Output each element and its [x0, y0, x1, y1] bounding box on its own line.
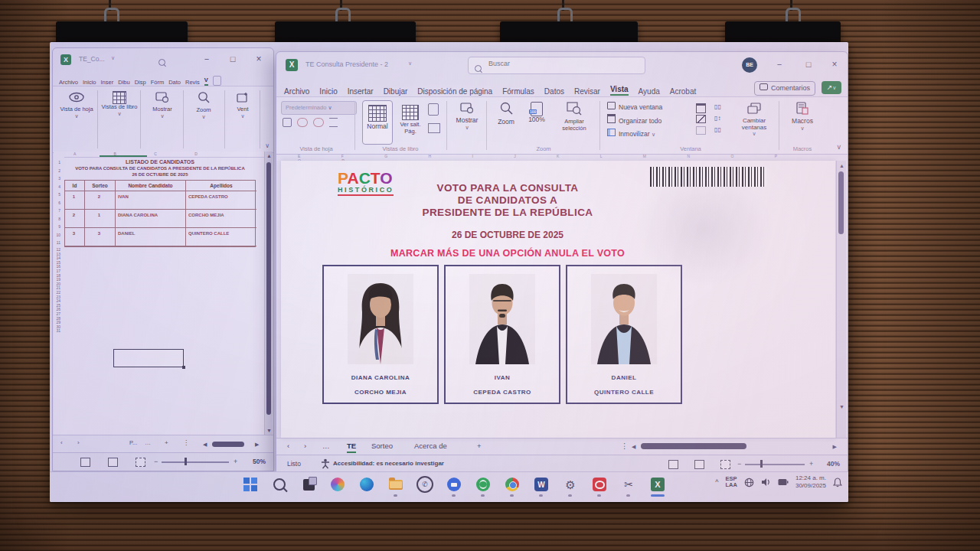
freeze-panes-button[interactable]: Inmovilizar ∨ [607, 128, 662, 141]
table-cell[interactable]: 1 [65, 191, 85, 210]
next-sheet-icon[interactable]: › [304, 442, 306, 450]
prev-sheet-icon[interactable]: ‹ [287, 442, 289, 450]
keep-view-icon[interactable] [313, 118, 324, 127]
comments-button[interactable]: Comentarios [754, 81, 815, 96]
tab-acrobat[interactable]: Acrobat [670, 87, 696, 96]
page-break-preview-button[interactable]: Ver salt. Pág. [395, 100, 426, 143]
sheet-tab[interactable]: P... [129, 439, 137, 446]
close-button[interactable]: × [828, 58, 841, 70]
more-sheets-icon[interactable]: … [322, 442, 330, 450]
page-layout-icon[interactable] [694, 460, 704, 469]
share-button[interactable]: ↗∨ [822, 81, 841, 94]
ribbon-pin-icon[interactable] [213, 76, 221, 86]
hscroll-right-icon[interactable]: ▶ [833, 444, 837, 449]
zoom-100-button[interactable]: 100 100% [523, 102, 550, 124]
split-icon[interactable] [696, 103, 706, 113]
normal-view-icon[interactable] [80, 458, 90, 467]
scrollbar-thumb[interactable] [266, 162, 271, 415]
table-cell[interactable]: 2 [65, 210, 85, 228]
scroll-up-icon[interactable]: ▲ [266, 153, 272, 158]
volume-icon[interactable] [761, 478, 771, 487]
normal-view-icon[interactable] [668, 460, 678, 469]
zoom-slider-knob[interactable] [185, 458, 187, 465]
notification-bell-icon[interactable] [833, 478, 842, 487]
hide-icon[interactable] [696, 115, 706, 123]
page-break-icon[interactable] [720, 460, 730, 469]
zoom-level[interactable]: 40% [827, 460, 840, 468]
zoom-in-icon[interactable]: + [809, 460, 813, 468]
tab-inicio[interactable]: Inicio [319, 87, 337, 96]
switch-windows-button[interactable]: Cambiar ventanas ∨ [734, 102, 774, 137]
show-button[interactable]: Mostrar ∨ [451, 102, 483, 131]
table-cell[interactable]: 3 [85, 228, 116, 246]
table-cell[interactable]: DIANA CAROLINA [116, 210, 186, 228]
table-cell[interactable]: 1 [85, 210, 116, 228]
zoom-slider[interactable] [162, 461, 229, 463]
table-cell[interactable]: 2 [85, 191, 116, 210]
fill-handle[interactable] [182, 366, 185, 369]
hscroll-right-icon[interactable]: ▶ [255, 442, 259, 447]
table-subtitle[interactable]: VOTO PARA CONSULTA DE CANDIDATOS A PRESI… [64, 166, 256, 171]
edge-icon[interactable] [358, 475, 376, 494]
new-window-button[interactable]: Nueva ventana [607, 101, 662, 114]
page-layout-icon[interactable] [108, 458, 118, 467]
tab-disposicion[interactable]: Disp [135, 79, 146, 86]
row-numbers-dense[interactable]: 12 13 14 15 16 17 18 19 20 21 22 23 24 2… [54, 248, 60, 334]
left-vertical-scrollbar[interactable]: ▲ ▼ [264, 152, 273, 435]
scrollbar-thumb[interactable] [838, 171, 844, 234]
table-cell[interactable]: IVAN [116, 191, 186, 210]
start-icon[interactable] [241, 475, 260, 494]
col-header-sorteo[interactable]: Sorteo [85, 181, 116, 191]
acrobat-icon[interactable] [590, 475, 609, 494]
table-cell[interactable]: CEPEDA CASTRO [186, 191, 256, 210]
page-layout-icon[interactable] [428, 103, 439, 116]
sheet-view-dropdown[interactable]: Predeterminado ∨ [281, 101, 357, 115]
tab-vista-active[interactable]: V [204, 77, 208, 86]
table-date[interactable]: 26 DE OCTUBRE DE 2025 [64, 172, 256, 177]
minimize-button[interactable]: − [773, 58, 786, 70]
settings-icon[interactable]: ⚙ [561, 475, 580, 494]
tab-vista-active[interactable]: Vista [610, 85, 629, 96]
kebab-icon[interactable]: ⋮ [621, 442, 629, 450]
window-button[interactable]: Vent ∨ [227, 91, 258, 119]
view-side-by-side-icon[interactable]: ▯▯ [714, 103, 721, 115]
search-icon[interactable] [158, 59, 165, 66]
network-icon[interactable] [744, 478, 754, 487]
sheet-tab-te-active[interactable]: TE [347, 442, 356, 453]
col-header-apellidos[interactable]: Apellidos [186, 181, 256, 191]
snipping-tool-icon[interactable]: ✂ [619, 475, 638, 494]
save-view-icon[interactable] [283, 118, 292, 127]
kebab-icon[interactable]: ⋮ [183, 439, 189, 446]
tab-archivo[interactable]: Archivo [284, 87, 309, 96]
word-icon[interactable]: W [532, 475, 550, 494]
zoom-button[interactable]: Zoom ∨ [186, 91, 221, 120]
more-sheets-icon[interactable]: … [145, 439, 151, 446]
table-cell[interactable]: 3 [65, 228, 85, 246]
accessibility-icon[interactable] [321, 458, 330, 469]
hidden-icons-chevron[interactable]: ^ [715, 478, 718, 486]
clock[interactable]: 12:24 a. m. 30/09/2025 [795, 474, 826, 490]
whatsapp-icon[interactable]: ✆ [416, 475, 434, 494]
hscroll-thumb[interactable] [212, 442, 244, 447]
zoom-app-icon[interactable] [445, 475, 463, 494]
hscroll-left-icon[interactable]: ◀ [203, 442, 207, 447]
selected-cell[interactable] [113, 349, 184, 367]
table-cell[interactable]: DANIEL [116, 228, 186, 246]
tab-revisar[interactable]: Revis [185, 79, 200, 86]
copilot-icon[interactable] [328, 475, 347, 494]
search-box[interactable] [468, 57, 645, 74]
maximize-button[interactable]: □ [226, 53, 240, 65]
scroll-down-icon[interactable]: ▼ [839, 404, 844, 409]
zoom-level[interactable]: 50% [253, 458, 266, 465]
scroll-down-icon[interactable]: ▼ [266, 428, 272, 433]
tab-datos[interactable]: Dato [168, 79, 181, 86]
zoom-to-selection-button[interactable]: Ampliar selección [554, 102, 595, 132]
custom-views-icon[interactable] [428, 123, 440, 133]
macros-button[interactable]: Macros ∨ [785, 102, 820, 132]
zoom-out-icon[interactable]: − [737, 460, 741, 468]
reset-position-icon[interactable]: ▯▯ [714, 126, 721, 138]
col-header-id[interactable]: Id [65, 181, 85, 191]
tab-insertar[interactable]: Inser [101, 79, 114, 86]
exit-view-icon[interactable] [297, 118, 308, 127]
page-break-icon[interactable] [136, 458, 145, 467]
